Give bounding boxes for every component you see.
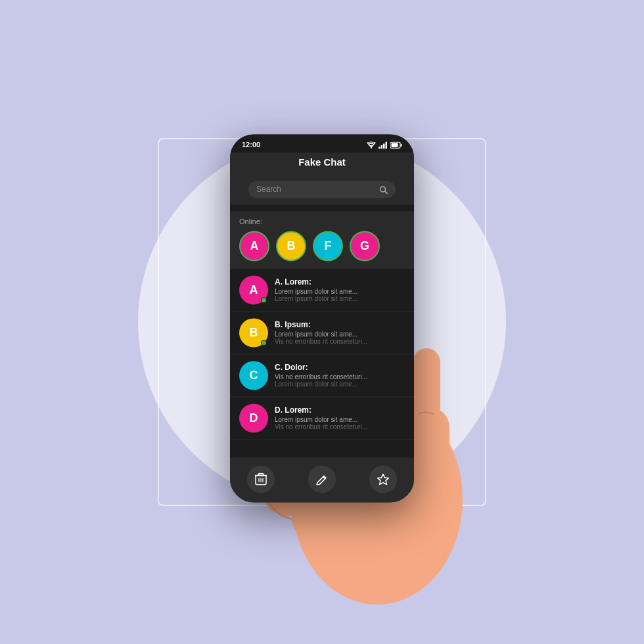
online-dot-a xyxy=(261,297,267,303)
battery-icon xyxy=(390,141,402,149)
edit-icon xyxy=(316,473,328,485)
chat-msg2-b: Vis no erroribus rit conseteturi... xyxy=(275,338,405,345)
avatar-d: D xyxy=(239,403,268,432)
chat-item-d[interactable]: D D. Lorem: Lorem ipsum dolor sit ame...… xyxy=(230,397,414,440)
delete-button[interactable] xyxy=(247,465,275,493)
chat-name-b: B. Ipsum: xyxy=(275,320,405,329)
trash-icon xyxy=(255,472,267,486)
chat-msg1-d: Lorem ipsum dolor sit ame... xyxy=(275,416,405,423)
chat-msg1-a: Lorem ipsum dolor sit ame... xyxy=(275,288,405,295)
chat-item-a[interactable]: A A. Lorem: Lorem ipsum dolor sit ame...… xyxy=(230,269,414,311)
avatar-a: A xyxy=(239,275,268,304)
chat-item-b[interactable]: B B. Ipsum: Lorem ipsum dolor sit ame...… xyxy=(230,311,414,354)
avatar-b: B xyxy=(239,318,268,347)
status-icons xyxy=(367,141,402,149)
chat-name-d: D. Lorem: xyxy=(275,405,405,415)
svg-rect-11 xyxy=(383,143,385,149)
bottom-nav xyxy=(230,457,414,502)
chat-name-a: A. Lorem: xyxy=(275,277,405,287)
chat-item-c[interactable]: C C. Dolor: Vis no erroribus rit consete… xyxy=(230,354,414,397)
chat-name-c: C. Dolor: xyxy=(275,363,405,372)
online-avatars-row: A B F G xyxy=(239,231,405,261)
chat-info-a: A. Lorem: Lorem ipsum dolor sit ame... L… xyxy=(275,277,405,302)
chat-msg2-a: Lorem ipsum dolor sit ame... xyxy=(275,295,405,302)
svg-line-17 xyxy=(385,191,388,193)
svg-point-8 xyxy=(371,147,372,148)
svg-rect-9 xyxy=(379,147,380,149)
search-placeholder: Search xyxy=(256,185,375,194)
svg-rect-20 xyxy=(258,473,263,475)
chat-info-b: B. Ipsum: Lorem ipsum dolor sit ame... V… xyxy=(275,320,405,345)
chat-msg1-c: Vis no erroribus rit conseteturi... xyxy=(275,373,405,380)
chat-info-d: D. Lorem: Lorem ipsum dolor sit ame... V… xyxy=(275,405,405,430)
avatar-c: C xyxy=(239,361,268,390)
search-bar[interactable]: Search xyxy=(248,181,396,198)
status-bar: 12:00 xyxy=(230,134,414,152)
status-time: 12:00 xyxy=(242,141,260,149)
online-avatar-f[interactable]: F xyxy=(313,231,343,261)
online-avatar-g[interactable]: G xyxy=(350,231,380,261)
wifi-icon xyxy=(367,141,376,149)
phone-mockup: 12:00 xyxy=(230,134,414,502)
online-dot-b xyxy=(261,340,267,346)
star-icon xyxy=(377,473,389,485)
app-title: Fake Chat xyxy=(241,156,403,168)
svg-rect-12 xyxy=(386,141,388,149)
online-section: Online: A B F G xyxy=(230,211,414,269)
online-label: Online: xyxy=(239,218,405,225)
svg-rect-14 xyxy=(392,143,398,147)
phone-screen: 12:00 xyxy=(230,134,414,502)
svg-marker-25 xyxy=(378,474,389,484)
chat-list: A A. Lorem: Lorem ipsum dolor sit ame...… xyxy=(230,269,414,457)
svg-rect-10 xyxy=(381,145,383,149)
search-icon xyxy=(379,185,388,194)
edit-button[interactable] xyxy=(308,465,336,493)
online-avatar-b[interactable]: B xyxy=(276,231,306,261)
signal-icon xyxy=(379,141,388,149)
chat-msg2-c: Lorem ipsum dolor sit ame... xyxy=(275,380,405,388)
svg-rect-15 xyxy=(401,143,402,146)
star-button[interactable] xyxy=(369,465,397,493)
chat-info-c: C. Dolor: Vis no erroribus rit consetetu… xyxy=(275,363,405,388)
chat-msg1-b: Lorem ipsum dolor sit ame... xyxy=(275,331,405,338)
app-header: Fake Chat xyxy=(230,152,414,175)
chat-msg2-d: Vis no erroribus rit conseteturi... xyxy=(275,423,405,430)
online-avatar-a[interactable]: A xyxy=(239,231,269,261)
